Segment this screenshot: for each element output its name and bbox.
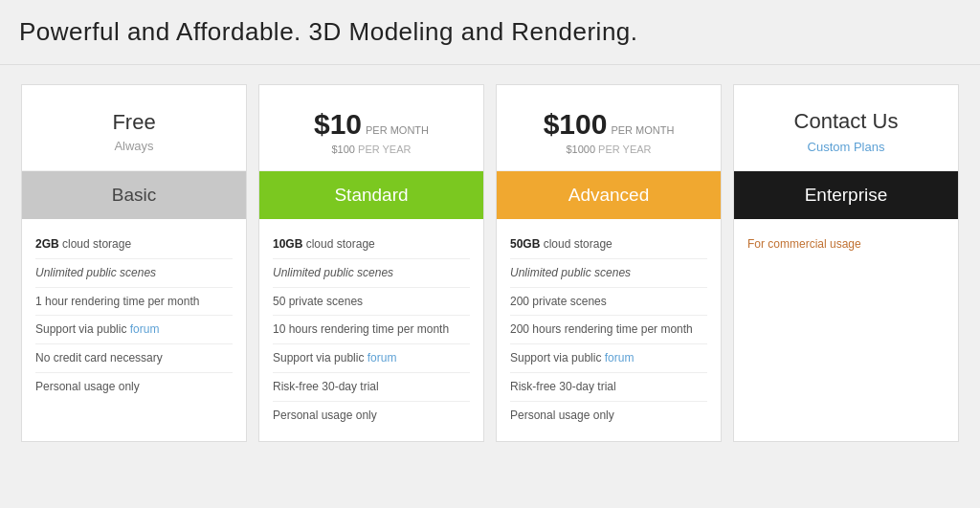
feature-rendering-standard: 10 hours rendering time per month xyxy=(273,316,470,344)
forum-link[interactable]: forum xyxy=(130,322,160,336)
feature-rendering-advanced: 200 hours rendering time per month xyxy=(510,316,707,344)
plan-name-enterprise: Enterprise xyxy=(734,171,958,219)
feature-public-scenes: Unlimited public scenes xyxy=(35,259,233,288)
feature-support-advanced: Support via public forum xyxy=(510,344,707,373)
plan-card-free: Free Always Basic 2GB cloud storage Unli… xyxy=(21,84,247,442)
plan-name-standard: Standard xyxy=(259,171,483,219)
plan-price-year-standard: $100 PER YEAR xyxy=(332,144,412,155)
feature-support-standard: Support via public forum xyxy=(273,344,470,373)
forum-link-standard[interactable]: forum xyxy=(368,351,397,364)
feature-no-cc: No credit card necessary xyxy=(35,344,233,373)
plan-header-advanced: $100PER MONTH $1000 PER YEAR xyxy=(497,85,721,171)
feature-public-advanced: Unlimited public scenes xyxy=(510,259,707,288)
plan-price-standard: $10PER MONTH xyxy=(314,108,429,141)
plan-price-year-advanced: $1000 PER YEAR xyxy=(566,144,651,155)
plan-name-basic: Basic xyxy=(22,171,246,219)
feature-storage-standard: 10GB cloud storage xyxy=(273,231,470,259)
plan-card-advanced: $100PER MONTH $1000 PER YEAR Advanced 50… xyxy=(496,84,722,442)
contact-us-title: Contact Us xyxy=(794,109,899,134)
plan-features-enterprise: For commercial usage xyxy=(734,219,958,441)
feature-trial-advanced: Risk-free 30-day trial xyxy=(510,373,707,402)
page-header: Powerful and Affordable. 3D Modeling and… xyxy=(0,0,980,65)
feature-storage-advanced: 50GB cloud storage xyxy=(510,231,707,259)
feature-personal-standard: Personal usage only xyxy=(273,402,470,430)
feature-rendering: 1 hour rendering time per month xyxy=(35,288,233,317)
feature-public-standard: Unlimited public scenes xyxy=(273,259,470,288)
feature-personal-advanced: Personal usage only xyxy=(510,402,707,430)
plan-always-free: Always xyxy=(114,139,153,153)
plan-price-free: Free xyxy=(112,110,155,135)
plan-features-advanced: 50GB cloud storage Unlimited public scen… xyxy=(497,219,721,441)
plan-name-advanced: Advanced xyxy=(497,171,721,219)
plan-card-standard: $10PER MONTH $100 PER YEAR Standard 10GB… xyxy=(258,84,484,442)
plan-features-free: 2GB cloud storage Unlimited public scene… xyxy=(22,219,246,441)
page-title: Powerful and Affordable. 3D Modeling and… xyxy=(19,17,961,47)
forum-link-advanced[interactable]: forum xyxy=(605,351,635,364)
contact-custom-plans[interactable]: Custom Plans xyxy=(808,140,885,154)
plan-price-advanced: $100PER MONTH xyxy=(544,108,675,141)
plan-header-free: Free Always xyxy=(22,85,246,171)
feature-personal: Personal usage only xyxy=(35,373,233,401)
plan-features-standard: 10GB cloud storage Unlimited public scen… xyxy=(259,219,483,441)
feature-private-standard: 50 private scenes xyxy=(273,288,470,317)
plan-header-standard: $10PER MONTH $100 PER YEAR xyxy=(259,85,483,171)
plan-header-enterprise: Contact Us Custom Plans xyxy=(734,85,958,171)
feature-private-advanced: 200 private scenes xyxy=(510,288,707,317)
pricing-container: Free Always Basic 2GB cloud storage Unli… xyxy=(0,65,980,461)
feature-storage: 2GB cloud storage xyxy=(35,231,233,259)
feature-commercial: For commercial usage xyxy=(747,231,945,258)
feature-support: Support via public forum xyxy=(35,316,233,344)
feature-trial-standard: Risk-free 30-day trial xyxy=(273,373,470,402)
plan-card-enterprise: Contact Us Custom Plans Enterprise For c… xyxy=(733,84,959,442)
